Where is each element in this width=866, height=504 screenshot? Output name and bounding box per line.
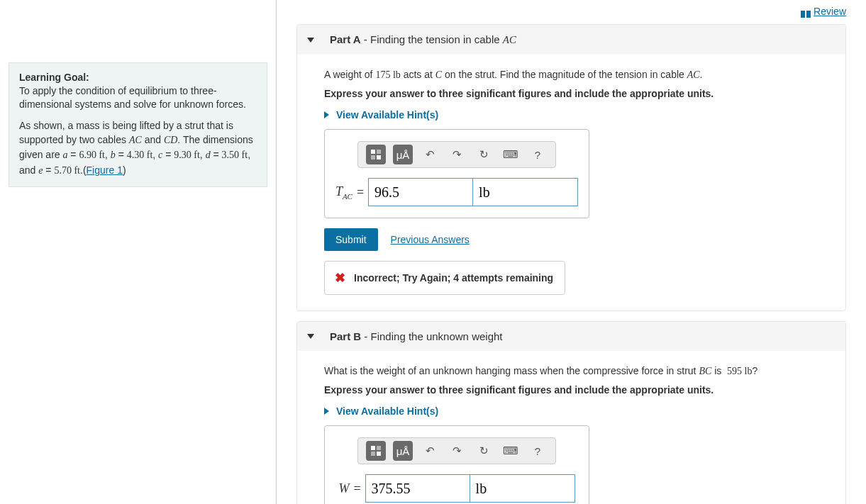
part-b-body: What is the weight of an unknown hanging…	[297, 351, 845, 504]
learning-goal-box: Learning Goal: To apply the condition of…	[9, 62, 267, 187]
part-a-toolbar: μÅ ↶ ↷ ↻ ⌨ ?	[357, 141, 556, 168]
pa-var-sub: AC	[343, 191, 352, 200]
pa-mid: acts at	[401, 69, 435, 80]
part-a-answer-widget: μÅ ↶ ↷ ↻ ⌨ ? TAC =	[324, 129, 589, 218]
book-icon	[801, 9, 811, 16]
part-b-title-text: Finding the unknown weight	[371, 330, 503, 342]
part-a-feedback: ✖ Incorrect; Try Again; 4 attempts remai…	[324, 261, 565, 295]
part-a-express: Express your answer to three significant…	[324, 88, 818, 99]
pa-weight: 175 lb	[375, 69, 400, 80]
pb-mid: is	[711, 365, 724, 376]
pa-var-main: T	[335, 184, 343, 198]
part-b-box: Part B - Finding the unknown weight What…	[296, 321, 846, 504]
part-a-answer-row: TAC =	[335, 178, 579, 206]
hints-label-b: View Available Hint(s)	[336, 405, 438, 417]
pa-pre: A weight of	[324, 69, 375, 80]
val-e: 5.70 ft	[54, 165, 80, 176]
keyboard-button[interactable]: ⌨	[501, 441, 521, 461]
goal-and: and	[142, 134, 164, 145]
incorrect-icon: ✖	[335, 270, 345, 286]
pb-post: ?	[752, 365, 757, 376]
var-e: e	[38, 165, 43, 176]
var-a: a	[62, 150, 67, 160]
symbols-button[interactable]: μÅ	[393, 145, 413, 164]
cable-cd: CD	[164, 135, 177, 145]
part-b-answer-widget: μÅ ↶ ↷ ↻ ⌨ ? W =	[324, 425, 589, 504]
chevron-down-icon	[307, 334, 314, 339]
templates-button[interactable]	[366, 441, 386, 461]
help-button[interactable]: ?	[528, 145, 548, 164]
templates-button[interactable]	[366, 145, 386, 164]
part-a-box: Part A - Finding the tension in cable AC…	[296, 24, 846, 311]
svg-rect-2	[371, 150, 375, 154]
redo-button[interactable]: ↷	[447, 441, 467, 461]
part-a-header[interactable]: Part A - Finding the tension in cable AC	[297, 25, 845, 55]
dash: -	[361, 33, 370, 45]
part-a-unit-input[interactable]	[473, 178, 578, 206]
reset-button[interactable]: ↻	[474, 441, 494, 461]
svg-rect-3	[377, 150, 381, 154]
reset-button[interactable]: ↻	[474, 145, 494, 164]
part-b-prompt: What is the weight of an unknown hanging…	[324, 364, 818, 379]
pa-cable: AC	[687, 69, 700, 80]
svg-rect-7	[377, 446, 381, 450]
pa-post: on the strut. Find the magnitude of the …	[442, 69, 687, 80]
part-a-hints-toggle[interactable]: View Available Hint(s)	[324, 109, 818, 121]
undo-button[interactable]: ↶	[420, 441, 440, 461]
part-a-value-input[interactable]	[368, 178, 473, 206]
var-d: d	[206, 150, 211, 160]
part-a-var: TAC	[335, 184, 352, 201]
keyboard-button[interactable]: ⌨	[501, 145, 521, 164]
val-c: 9.30 ft	[174, 150, 200, 160]
learning-goal-dimensions: As shown, a mass is being lifted by a st…	[19, 118, 257, 178]
pa-point: C	[435, 69, 442, 80]
part-b-var: W	[338, 481, 349, 496]
part-a-submit-row: Submit Previous Answers	[324, 228, 818, 251]
cable-ac: AC	[129, 135, 142, 145]
undo-button[interactable]: ↶	[420, 145, 440, 164]
val-d: 3.50 ft	[222, 150, 248, 160]
part-b-toolbar: μÅ ↶ ↷ ↻ ⌨ ?	[357, 437, 556, 464]
part-b-header[interactable]: Part B - Finding the unknown weight	[297, 322, 845, 351]
figure-link[interactable]: Figure 1	[87, 164, 123, 176]
svg-rect-9	[377, 452, 381, 456]
help-button[interactable]: ?	[528, 441, 548, 461]
part-a-body: A weight of 175 lb acts at C on the stru…	[297, 55, 845, 310]
learning-goal-text: To apply the condition of equilibrium to…	[19, 84, 257, 111]
val-a: 6.90 ft	[79, 150, 105, 160]
svg-rect-6	[371, 446, 375, 450]
part-b-hints-toggle[interactable]: View Available Hint(s)	[324, 405, 818, 417]
part-b-title: Part B - Finding the unknown weight	[330, 330, 503, 342]
svg-rect-8	[371, 452, 375, 456]
part-a-label: Part A	[330, 33, 361, 45]
svg-rect-0	[801, 11, 805, 18]
hints-label: View Available Hint(s)	[336, 109, 438, 121]
part-a-title-var: AC	[503, 34, 516, 45]
equals-sign: =	[357, 185, 364, 200]
var-b: b	[111, 150, 116, 160]
part-a-title: Part A - Finding the tension in cable AC	[330, 33, 516, 46]
review-link[interactable]: Review	[814, 6, 846, 17]
redo-button[interactable]: ↷	[447, 145, 467, 164]
pb-strut: BC	[699, 366, 711, 376]
part-b-value-input[interactable]	[365, 474, 470, 503]
var-c: c	[158, 150, 162, 160]
svg-rect-1	[806, 11, 811, 18]
previous-answers-link[interactable]: Previous Answers	[391, 234, 470, 245]
triangle-right-icon	[324, 408, 329, 415]
review-bar: Review	[296, 6, 846, 24]
part-b-answer-row: W =	[335, 474, 579, 503]
part-a-title-text: Finding the tension in cable	[370, 33, 503, 45]
submit-button[interactable]: Submit	[324, 228, 378, 251]
equals-sign: =	[353, 481, 360, 496]
triangle-right-icon	[324, 111, 329, 118]
main-content: Review Part A - Finding the tension in c…	[277, 0, 866, 504]
symbols-button[interactable]: μÅ	[393, 441, 413, 461]
left-sidebar: Learning Goal: To apply the condition of…	[0, 0, 277, 504]
val-b: 4.30 ft	[127, 150, 153, 160]
learning-goal-title: Learning Goal:	[19, 72, 257, 83]
part-b-unit-input[interactable]	[470, 474, 575, 503]
pb-pre: What is the weight of an unknown hanging…	[324, 365, 699, 376]
svg-rect-5	[377, 155, 381, 159]
part-a-prompt: A weight of 175 lb acts at C on the stru…	[324, 67, 818, 82]
